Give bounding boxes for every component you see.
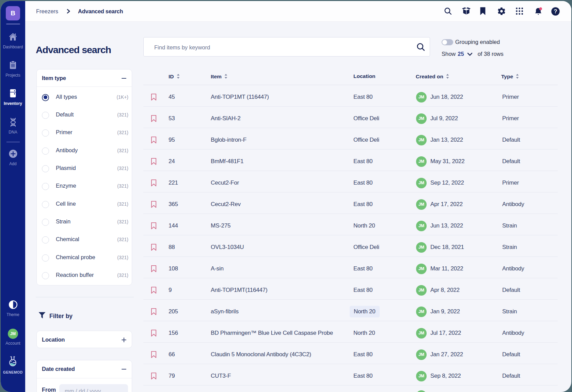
svg-text:?: ? (554, 8, 557, 14)
